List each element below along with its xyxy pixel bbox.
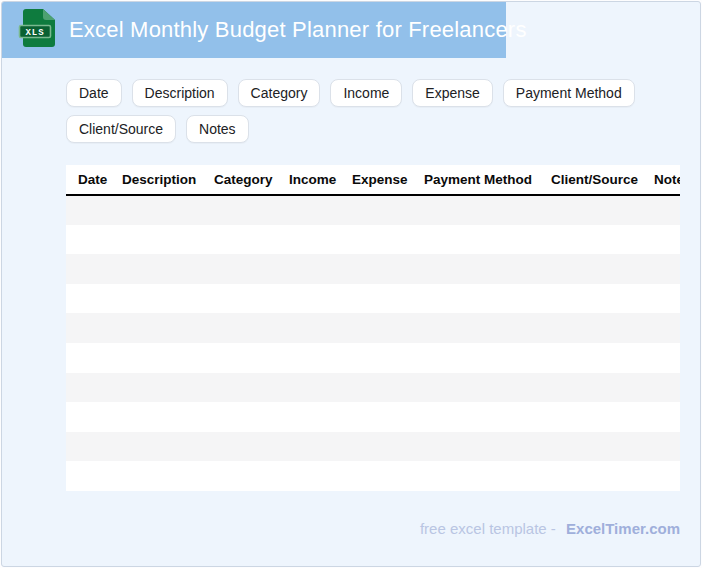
table-cell bbox=[202, 284, 277, 314]
table-cell bbox=[202, 402, 277, 432]
table-cell bbox=[539, 461, 642, 491]
table-cell bbox=[642, 195, 680, 225]
table-cell bbox=[277, 254, 340, 284]
table-row bbox=[66, 313, 680, 343]
table-cell bbox=[412, 254, 539, 284]
table-cell bbox=[277, 402, 340, 432]
table-cell bbox=[277, 225, 340, 255]
table-cell bbox=[412, 343, 539, 373]
budget-table-container: DateDescriptionCategoryIncomeExpensePaym… bbox=[66, 165, 680, 491]
table-cell bbox=[66, 195, 110, 225]
table-cell bbox=[66, 284, 110, 314]
chip-date[interactable]: Date bbox=[66, 79, 122, 107]
table-cell bbox=[412, 432, 539, 462]
column-header: Description bbox=[110, 165, 202, 195]
table-cell bbox=[539, 373, 642, 403]
table-cell bbox=[642, 313, 680, 343]
table-cell bbox=[340, 313, 412, 343]
table-cell bbox=[277, 461, 340, 491]
table-cell bbox=[110, 461, 202, 491]
footer: free excel template - ExcelTimer.com bbox=[66, 519, 680, 539]
table-cell bbox=[340, 373, 412, 403]
chip-expense[interactable]: Expense bbox=[412, 79, 492, 107]
table-cell bbox=[66, 254, 110, 284]
table-cell bbox=[277, 284, 340, 314]
table-cell bbox=[642, 254, 680, 284]
table-cell bbox=[110, 402, 202, 432]
chip-category[interactable]: Category bbox=[238, 79, 321, 107]
table-cell bbox=[340, 284, 412, 314]
table-cell bbox=[340, 432, 412, 462]
table-cell bbox=[202, 373, 277, 403]
table-cell bbox=[340, 254, 412, 284]
table-cell bbox=[110, 313, 202, 343]
chip-income[interactable]: Income bbox=[330, 79, 402, 107]
table-cell bbox=[412, 373, 539, 403]
table-cell bbox=[539, 402, 642, 432]
table-cell bbox=[539, 284, 642, 314]
table-cell bbox=[412, 461, 539, 491]
table-cell bbox=[110, 284, 202, 314]
xls-badge-text: XLS bbox=[25, 28, 44, 38]
footer-brand-link[interactable]: ExcelTimer.com bbox=[566, 520, 680, 537]
table-cell bbox=[412, 313, 539, 343]
table-cell bbox=[202, 313, 277, 343]
column-header: Expense bbox=[340, 165, 412, 195]
chip-notes[interactable]: Notes bbox=[186, 115, 249, 143]
table-header-row: DateDescriptionCategoryIncomeExpensePaym… bbox=[66, 165, 680, 195]
table-row bbox=[66, 343, 680, 373]
table-cell bbox=[412, 402, 539, 432]
table-row bbox=[66, 461, 680, 491]
table-cell bbox=[66, 461, 110, 491]
table-cell bbox=[539, 343, 642, 373]
table-cell bbox=[539, 313, 642, 343]
table-cell bbox=[340, 343, 412, 373]
column-header: Income bbox=[277, 165, 340, 195]
xls-file-icon: XLS bbox=[17, 6, 61, 54]
table-cell bbox=[110, 343, 202, 373]
table-cell bbox=[202, 343, 277, 373]
table-cell bbox=[66, 225, 110, 255]
table-cell bbox=[412, 284, 539, 314]
table-cell bbox=[642, 225, 680, 255]
table-cell bbox=[110, 225, 202, 255]
table-cell bbox=[202, 432, 277, 462]
table-cell bbox=[539, 254, 642, 284]
table-row bbox=[66, 254, 680, 284]
table-cell bbox=[202, 461, 277, 491]
table-cell bbox=[110, 254, 202, 284]
table-cell bbox=[340, 402, 412, 432]
column-header: Date bbox=[66, 165, 110, 195]
table-cell bbox=[642, 284, 680, 314]
page-card: XLS Excel Monthly Budget Planner for Fre… bbox=[1, 1, 701, 567]
table-cell bbox=[642, 461, 680, 491]
table-cell bbox=[66, 343, 110, 373]
table-cell bbox=[642, 402, 680, 432]
footer-tagline: free excel template - bbox=[420, 520, 556, 537]
table-cell bbox=[66, 313, 110, 343]
chip-description[interactable]: Description bbox=[132, 79, 228, 107]
budget-table: DateDescriptionCategoryIncomeExpensePaym… bbox=[66, 165, 680, 491]
table-row bbox=[66, 373, 680, 403]
table-cell bbox=[539, 225, 642, 255]
table-row bbox=[66, 225, 680, 255]
chip-client-source[interactable]: Client/Source bbox=[66, 115, 176, 143]
page-title: Excel Monthly Budget Planner for Freelan… bbox=[69, 17, 527, 43]
table-cell bbox=[110, 373, 202, 403]
table-cell bbox=[277, 313, 340, 343]
table-cell bbox=[340, 195, 412, 225]
column-header: Payment Method bbox=[412, 165, 539, 195]
column-chip-list: Date Description Category Income Expense… bbox=[66, 79, 680, 143]
table-cell bbox=[277, 343, 340, 373]
table-cell bbox=[202, 195, 277, 225]
title-bar: XLS Excel Monthly Budget Planner for Fre… bbox=[2, 2, 506, 58]
table-cell bbox=[277, 373, 340, 403]
table-cell bbox=[340, 461, 412, 491]
chip-payment-method[interactable]: Payment Method bbox=[503, 79, 635, 107]
table-cell bbox=[66, 432, 110, 462]
table-row bbox=[66, 195, 680, 225]
table-cell bbox=[277, 195, 340, 225]
table-cell bbox=[642, 343, 680, 373]
table-cell bbox=[539, 432, 642, 462]
table-cell bbox=[539, 195, 642, 225]
